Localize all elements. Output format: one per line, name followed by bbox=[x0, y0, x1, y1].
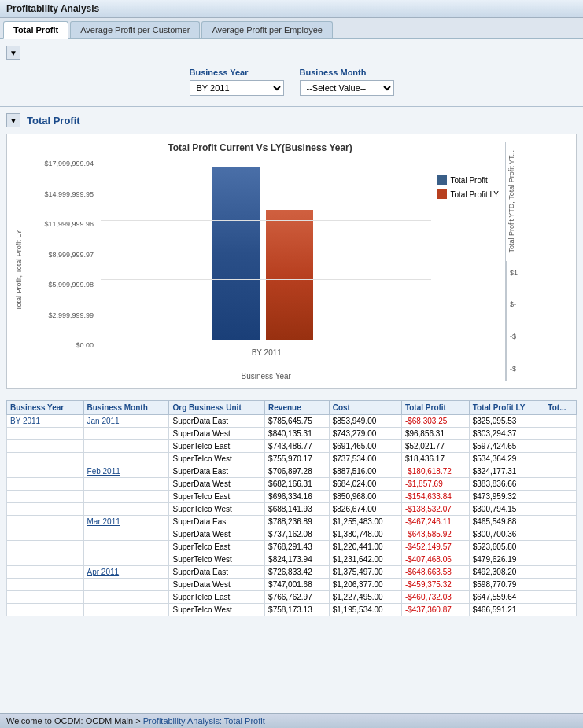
cell-profit-ly: $523,605.80 bbox=[469, 541, 544, 553]
cell-month[interactable]: Jan 2011 bbox=[83, 415, 169, 428]
cell-revenue: $766,762.97 bbox=[265, 591, 330, 604]
cell-revenue: $768,291.43 bbox=[265, 541, 330, 553]
cell-month bbox=[83, 541, 169, 553]
table-row: SuperTelco West$688,141.93$826,674.00-$1… bbox=[7, 503, 577, 516]
tab-avg-profit-employee[interactable]: Average Profit per Employee bbox=[201, 21, 332, 38]
cell-profit-ly: $492,308.20 bbox=[469, 566, 544, 579]
th-total-profit: Total Profit bbox=[401, 401, 469, 415]
business-month-label: Business Month bbox=[300, 68, 394, 77]
cell-tot bbox=[544, 566, 577, 579]
cell-tot bbox=[544, 591, 577, 604]
collapse-section-button[interactable]: ▼ bbox=[6, 113, 20, 127]
table-row: BY 2011Jan 2011SuperData East$785,645.75… bbox=[7, 415, 577, 428]
cell-year bbox=[7, 591, 84, 604]
table-row: SuperTelco East$696,334.16$850,968.00-$1… bbox=[7, 491, 577, 503]
chart-wrapper: Total Profit Current Vs LY(Business Year… bbox=[15, 142, 505, 381]
cell-revenue: $785,645.75 bbox=[265, 415, 330, 428]
cell-year bbox=[7, 528, 84, 541]
business-month-select[interactable]: --Select Value-- Jan Feb Mar Apr bbox=[300, 80, 394, 96]
cell-tot bbox=[544, 478, 577, 491]
tab-bar: Total Profit Average Profit per Customer… bbox=[0, 18, 583, 39]
cell-month bbox=[83, 604, 169, 616]
y-tick-6: $2,999,999.99 bbox=[26, 311, 94, 319]
cell-year bbox=[7, 503, 84, 516]
right-tick-1: $1 bbox=[510, 269, 565, 277]
bar-total-profit-ly bbox=[266, 210, 313, 340]
cell-profit: -$459,375.32 bbox=[401, 579, 469, 591]
table-row: SuperTelco East$766,762.97$1,227,495.00-… bbox=[7, 591, 577, 604]
table-row: Feb 2011SuperData East$706,897.28$887,51… bbox=[7, 465, 577, 478]
cell-year bbox=[7, 465, 84, 478]
cell-profit: $18,436.17 bbox=[401, 453, 469, 465]
th-org-unit: Org Business Unit bbox=[169, 401, 265, 415]
chart-area: Total Profit, Total Profit LY $17,999,99… bbox=[15, 160, 505, 381]
cell-unit: SuperTelco East bbox=[169, 491, 265, 503]
cell-profit-ly: $300,794.15 bbox=[469, 503, 544, 516]
cell-month bbox=[83, 553, 169, 566]
cell-profit: -$648,663.58 bbox=[401, 566, 469, 579]
cell-cost: $1,380,748.00 bbox=[329, 528, 401, 541]
tab-total-profit[interactable]: Total Profit bbox=[3, 21, 68, 39]
table-row: SuperTelco East$768,291.43$1,220,441.00-… bbox=[7, 541, 577, 553]
y-tick-1: $17,999,999.94 bbox=[26, 160, 94, 167]
cell-unit: SuperData West bbox=[169, 428, 265, 440]
cell-tot bbox=[544, 528, 577, 541]
cell-cost: $1,375,497.00 bbox=[329, 566, 401, 579]
right-tick-2: $- bbox=[510, 300, 565, 308]
cell-year bbox=[7, 478, 84, 491]
legend-item-total-profit-ly: Total Profit LY bbox=[437, 189, 499, 199]
cell-year[interactable]: BY 2011 bbox=[7, 415, 84, 428]
cell-revenue: $840,135.31 bbox=[265, 428, 330, 440]
cell-unit: SuperData East bbox=[169, 465, 265, 478]
x-category-label: BY 2011 bbox=[252, 348, 282, 357]
cell-profit: $52,021.77 bbox=[401, 440, 469, 453]
right-tick-4: -$ bbox=[510, 365, 565, 373]
cell-month[interactable]: Apr 2011 bbox=[83, 566, 169, 579]
cell-cost: $1,255,483.00 bbox=[329, 516, 401, 528]
cell-tot bbox=[544, 491, 577, 503]
cell-revenue: $788,236.89 bbox=[265, 516, 330, 528]
y-axis-label: Total Profit, Total Profit LY bbox=[15, 160, 23, 381]
table-wrapper: Business Year Business Month Org Busines… bbox=[6, 397, 577, 616]
main-content: ▼ Business Year BY 2011 BY 2010 BY 2009 … bbox=[0, 39, 583, 728]
cell-tot bbox=[544, 503, 577, 516]
cell-revenue: $696,334.16 bbox=[265, 491, 330, 503]
cell-profit: -$68,303.25 bbox=[401, 415, 469, 428]
cell-profit: -$407,468.06 bbox=[401, 553, 469, 566]
cell-revenue: $726,833.42 bbox=[265, 566, 330, 579]
cell-month bbox=[83, 440, 169, 453]
cell-cost: $1,206,377.00 bbox=[329, 579, 401, 591]
chart-container: Total Profit Current Vs LY(Business Year… bbox=[6, 134, 577, 389]
th-total-profit-ly: Total Profit LY bbox=[469, 401, 544, 415]
status-welcome: Welcome to OCDM: OCDM Main bbox=[6, 716, 133, 726]
tab-avg-profit-customer[interactable]: Average Profit per Customer bbox=[70, 21, 200, 38]
cell-cost: $684,024.00 bbox=[329, 478, 401, 491]
cell-tot bbox=[544, 516, 577, 528]
cell-month[interactable]: Mar 2011 bbox=[83, 516, 169, 528]
th-tot: Tot... bbox=[544, 401, 577, 415]
status-breadcrumb[interactable]: Profitability Analysis: Total Profit bbox=[143, 716, 265, 726]
y-tick-3: $11,999,999.96 bbox=[26, 220, 94, 228]
table-row: SuperData West$747,001.68$1,206,377.00-$… bbox=[7, 579, 577, 591]
business-year-select[interactable]: BY 2011 BY 2010 BY 2009 bbox=[190, 80, 284, 96]
cell-cost: $743,279.00 bbox=[329, 428, 401, 440]
table-row: SuperTelco East$743,486.77$691,465.00$52… bbox=[7, 440, 577, 453]
cell-month bbox=[83, 591, 169, 604]
table-row: SuperTelco West$758,173.13$1,195,534.00-… bbox=[7, 604, 577, 616]
cell-year bbox=[7, 579, 84, 591]
cell-month bbox=[83, 579, 169, 591]
cell-profit: -$1,857.69 bbox=[401, 478, 469, 491]
cell-tot bbox=[544, 541, 577, 553]
collapse-filter-button[interactable]: ▼ bbox=[6, 46, 20, 60]
table-row: Apr 2011SuperData East$726,833.42$1,375,… bbox=[7, 566, 577, 579]
cell-profit-ly: $473,959.32 bbox=[469, 491, 544, 503]
right-y-ticks: $1 $- -$ -$ bbox=[506, 261, 568, 381]
cell-cost: $887,516.00 bbox=[329, 465, 401, 478]
legend-color-total-profit bbox=[437, 175, 447, 185]
cell-month[interactable]: Feb 2011 bbox=[83, 465, 169, 478]
cell-revenue: $737,162.08 bbox=[265, 528, 330, 541]
cell-profit-ly: $465,549.88 bbox=[469, 516, 544, 528]
status-separator: > bbox=[135, 716, 142, 726]
cell-tot bbox=[544, 440, 577, 453]
table-row: SuperData West$737,162.08$1,380,748.00-$… bbox=[7, 528, 577, 541]
